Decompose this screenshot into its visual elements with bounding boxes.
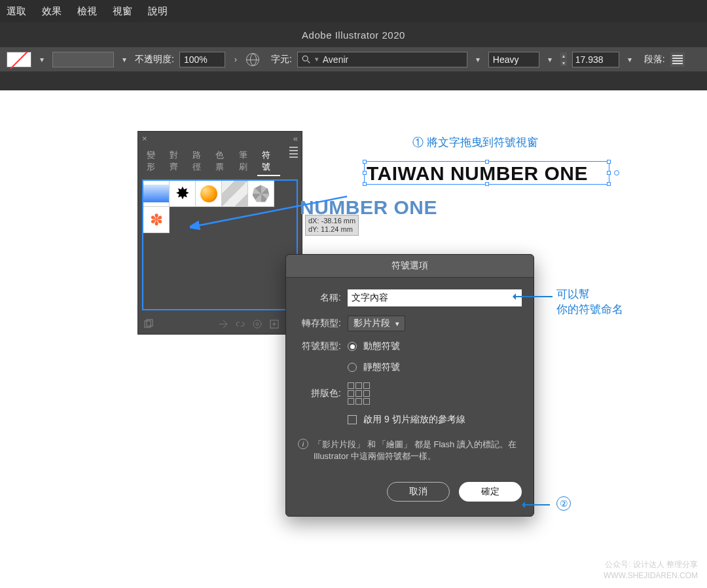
symbol-options-dialog: 符號選項 名稱: 轉存類型: 影片片段 ▾ 符號類型: 動態符號 靜態符號 拼版… (285, 254, 534, 517)
canvas-text-main[interactable]: TAIWAN NUMBER ONE (367, 162, 588, 185)
radio-dynamic-symbol[interactable] (348, 342, 357, 351)
menubar: 選取 效果 檢視 視窗 說明 (0, 0, 707, 22)
stroke-dropdown-icon[interactable]: ▾ (119, 52, 130, 67)
gerbera-flower-symbol[interactable]: ✽ (143, 207, 170, 233)
radio-static-label: 靜態符號 (363, 361, 400, 373)
font-family-dropdown-icon[interactable]: ▾ (473, 52, 483, 67)
registration-label: 拼版色: (298, 388, 341, 399)
globe-icon[interactable] (246, 53, 259, 66)
ok-button[interactable]: 確定 (459, 482, 522, 502)
font-size-field[interactable]: 17.938 (572, 52, 619, 67)
annotation-naming: 可以幫 你的符號命名 (556, 287, 623, 317)
panel-footer (138, 314, 302, 334)
paragraph-align-icon[interactable] (670, 52, 685, 67)
tab-transform[interactable]: 變形 (142, 147, 165, 175)
symbol-options-icon[interactable] (252, 319, 263, 329)
symbol-type-label: 符號類型: (298, 340, 341, 352)
annotation-step1: ① 將文字拖曳到符號視窗 (412, 135, 538, 150)
fill-dropdown-icon[interactable]: ▾ (37, 52, 47, 67)
drag-arrow-illustration (190, 183, 354, 242)
panel-tabs: 變形 對齊 路徑 色票 筆刷 符號 (138, 145, 302, 175)
symbol-libraries-icon[interactable] (143, 319, 154, 329)
paragraph-label: 段落: (644, 54, 665, 65)
menu-view[interactable]: 檢視 (77, 5, 97, 18)
font-weight-field[interactable]: Heavy (488, 52, 539, 67)
tab-swatches[interactable]: 色票 (211, 147, 234, 175)
cancel-button[interactable]: 取消 (387, 482, 450, 502)
titlebar: Adobe Illustrator 2020 (0, 22, 707, 47)
svg-point-4 (256, 323, 259, 325)
radio-dynamic-label: 動態符號 (363, 340, 400, 352)
menu-effect[interactable]: 效果 (42, 5, 62, 18)
radio-static-symbol[interactable] (348, 363, 357, 372)
nine-slice-label: 啟用 9 切片縮放的參考線 (363, 414, 465, 426)
font-family-field[interactable]: ▾ Avenir (297, 52, 467, 67)
tab-symbols[interactable]: 符號 (257, 147, 280, 175)
menu-select[interactable]: 選取 (7, 5, 26, 18)
annotation-step2: ② (556, 496, 571, 511)
search-icon (302, 55, 311, 64)
dialog-title: 符號選項 (286, 255, 534, 278)
fill-swatch-none[interactable] (7, 52, 31, 67)
font-weight-dropdown-icon[interactable]: ▾ (545, 52, 555, 67)
app-title: Adobe Illustrator 2020 (302, 29, 405, 41)
character-label: 字元: (271, 54, 292, 65)
export-type-select[interactable]: 影片片段 ▾ (348, 316, 405, 331)
dialog-info-text: 「影片片段」 和 「繪圖」 都是 Flash 讀入的標記。在 Illustrat… (314, 439, 522, 462)
watermark: 公众号: 设计达人 整理分享 WWW.SHEJIDAREN.COM (604, 559, 698, 581)
font-size-stepper[interactable]: ▴▾ (560, 52, 567, 66)
annotation-arrow-name (515, 296, 553, 297)
name-input[interactable] (348, 289, 522, 306)
menu-help[interactable]: 說明 (148, 5, 168, 18)
place-symbol-icon[interactable] (218, 319, 228, 329)
new-symbol-icon[interactable] (269, 319, 280, 329)
panel-close-icon[interactable]: × (142, 134, 147, 143)
text-out-port[interactable] (614, 170, 619, 175)
svg-point-0 (302, 56, 308, 61)
registration-grid[interactable] (348, 382, 370, 405)
opacity-input[interactable]: 100% (179, 52, 225, 67)
info-icon: i (298, 439, 308, 449)
font-family-value: Avenir (323, 54, 348, 65)
options-bar: ▾ ▾ 不透明度: 100% › 字元: ▾ Avenir ▾ Heavy ▾ … (0, 47, 707, 72)
font-size-dropdown-icon[interactable]: ▾ (625, 52, 635, 67)
control-bar-extension (0, 72, 707, 90)
gradient-bar-symbol[interactable] (143, 181, 170, 207)
opacity-dropdown-icon[interactable]: › (230, 52, 241, 67)
opacity-label: 不透明度: (135, 54, 174, 65)
annotation-arrow-step2 (524, 504, 550, 505)
tab-align[interactable]: 對齊 (165, 147, 188, 175)
svg-line-1 (308, 60, 310, 63)
panel-menu-icon[interactable] (289, 147, 298, 175)
tab-pathfinder[interactable]: 路徑 (188, 147, 211, 175)
svg-point-5 (253, 320, 261, 328)
break-link-icon[interactable] (235, 319, 245, 329)
menu-window[interactable]: 視窗 (113, 5, 132, 18)
nine-slice-checkbox[interactable] (348, 415, 357, 424)
export-type-label: 轉存類型: (298, 318, 341, 329)
tab-brushes[interactable]: 筆刷 (234, 147, 257, 175)
name-label: 名稱: (298, 292, 341, 304)
panel-collapse-icon[interactable]: « (293, 134, 298, 143)
stroke-swatch[interactable] (52, 52, 114, 67)
chevron-down-icon: ▾ (395, 320, 399, 328)
